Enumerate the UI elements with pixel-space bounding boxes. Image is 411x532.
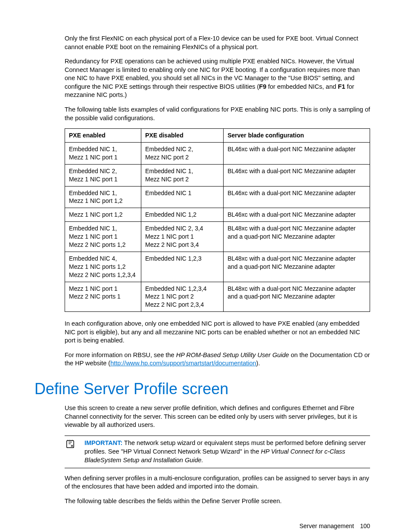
important-callout: IMPORTANT: The network setup wizard or e… [65,436,370,468]
important-text: IMPORTANT: The network setup wizard or e… [84,439,370,465]
pxe-config-table: PXE enabled PXE disabled Server blade co… [65,128,370,312]
paragraph-screen-intro: Use this screen to create a new server p… [65,404,370,429]
table-row: Embedded NIC 4, Mezz 1 NIC ports 1,2 Mez… [65,252,370,282]
header-server-config: Server blade configuration [224,129,370,143]
key-f9: F9 [259,83,266,90]
table-row: Mezz 1 NIC port 1 Mezz 2 NIC ports 1Embe… [65,282,370,312]
header-pxe-enabled: PXE enabled [65,129,141,143]
table-cell: Embedded NIC 1, Mezz NIC port 2 [141,164,224,186]
table-cell: Embedded NIC 1,2,3 [141,252,224,282]
table-cell: BL48xc with a dual-port NIC Mezzanine ad… [224,252,370,282]
table-cell: Embedded NIC 1, Mezz 1 NIC port 1 [65,142,141,164]
table-cell: Embedded NIC 4, Mezz 1 NIC ports 1,2 Mez… [65,252,141,282]
table-cell: Embedded NIC 1, Mezz 1 NIC port 1,2 [65,186,141,208]
table-row: Embedded NIC 1, Mezz 1 NIC port 1,2Embed… [65,186,370,208]
table-cell: BL48xc with a dual-port NIC Mezzanine ad… [224,282,370,312]
paragraph-rbsu: For more information on RBSU, see the HP… [65,351,370,368]
table-cell: BL48xc with a dual-port NIC Mezzanine ad… [224,222,370,252]
doc-title: HP ROM-Based Setup Utility User Guide [176,352,289,358]
important-label: IMPORTANT: [84,439,122,446]
table-row: Embedded NIC 2, Mezz 1 NIC port 1Embedde… [65,164,370,186]
paragraph-table-desc: The following table describes the fields… [65,497,370,506]
text: for embedded NICs, and [266,83,338,90]
text: ). [256,360,260,367]
table-cell: BL46xc with a dual-port NIC Mezzanine ad… [224,208,370,222]
table-cell: Embedded NIC 2, Mezz 1 NIC port 1 [65,164,141,186]
paragraph-table-intro: The following table lists examples of va… [65,106,370,122]
key-f1: F1 [338,83,345,90]
footer-page-number: 100 [360,523,370,529]
table-row: Embedded NIC 1, Mezz 1 NIC port 1Embedde… [65,142,370,164]
table-cell: BL46xc with a dual-port NIC Mezzanine ad… [224,164,370,186]
table-row: Mezz 1 NIC port 1,2Embedded NIC 1,2BL46x… [65,208,370,222]
paragraph-flexnic: Only the first FlexNIC on each physical … [65,34,370,51]
paragraph-multi-enclosure: When defining server profiles in a multi… [65,474,370,491]
table-cell: Embedded NIC 1, Mezz 1 NIC port 1 Mezz 2… [65,222,141,252]
paragraph-redundancy: Redundancy for PXE operations can be ach… [65,57,370,100]
table-row: Embedded NIC 1, Mezz 1 NIC port 1 Mezz 2… [65,222,370,252]
section-heading: Define Server Profile screen [34,380,370,398]
table-cell: Mezz 1 NIC port 1,2 [65,208,141,222]
table-cell: Embedded NIC 1,2,3,4 Mezz 1 NIC port 2 M… [141,282,224,312]
important-icon [65,439,84,465]
page-footer: Server management 100 [34,523,370,529]
header-pxe-disabled: PXE disabled [141,129,224,143]
table-cell: Embedded NIC 1 [141,186,224,208]
text: For more information on RBSU, see the [65,352,176,358]
table-cell: Mezz 1 NIC port 1 Mezz 2 NIC ports 1 [65,282,141,312]
table-cell: Embedded NIC 1,2 [141,208,224,222]
hp-support-link[interactable]: http://www.hp.com/support/smartstart/doc… [110,360,256,367]
table-header-row: PXE enabled PXE disabled Server blade co… [65,129,370,143]
paragraph-config-note: In each configuration above, only one em… [65,320,370,345]
table-cell: BL46xc with a dual-port NIC Mezzanine ad… [224,142,370,164]
table-cell: Embedded NIC 2, Mezz NIC port 2 [141,142,224,164]
table-cell: BL46xc with a dual-port NIC Mezzanine ad… [224,186,370,208]
table-cell: Embedded NIC 2, 3,4 Mezz 1 NIC port 1 Me… [141,222,224,252]
footer-section: Server management [299,523,354,529]
